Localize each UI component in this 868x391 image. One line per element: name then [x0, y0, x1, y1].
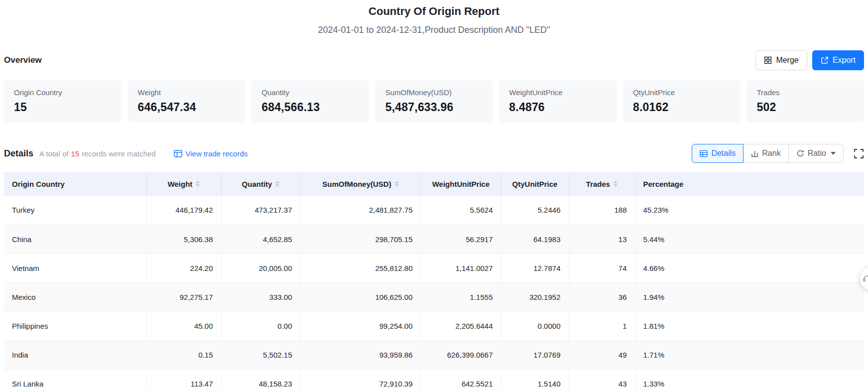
table-cell: 36	[569, 282, 635, 311]
tab-ratio[interactable]: Ratio	[788, 144, 844, 163]
tab-rank-label: Rank	[762, 149, 780, 158]
table-row: Mexico92,275.17333.00106,625.001.1555320…	[4, 282, 864, 311]
merge-button[interactable]: Merge	[755, 50, 807, 70]
table-cell: Sri Lanka	[4, 369, 146, 391]
column-header-content: Origin Country	[12, 180, 138, 188]
table-cell: 2,205.6444	[421, 311, 501, 340]
sort-asc-icon	[395, 181, 399, 183]
sort-asc-icon	[275, 181, 279, 183]
column-header-content: WeightUnitPrice	[429, 180, 493, 188]
table-cell: Mexico	[4, 282, 146, 311]
table-cell: 1.94%	[635, 282, 864, 311]
stat-card: WeightUnitPrice8.4876	[499, 80, 617, 122]
details-grid-icon	[700, 150, 708, 157]
table-cell: Vietnam	[4, 254, 146, 282]
table-cell: 224.20	[146, 254, 221, 282]
table-row: Philippines45.000.0099,254.002,205.64440…	[4, 311, 864, 340]
sort-icon[interactable]	[614, 181, 618, 187]
table-cell: 473,217.37	[221, 196, 300, 225]
chevron-down-icon	[831, 152, 836, 155]
table-cell: 64.1983	[501, 225, 569, 254]
table-cell: 72,910.39	[300, 369, 421, 391]
table-body: Turkey446,179.42473,217.372,481,827.755.…	[4, 196, 864, 391]
sort-desc-icon	[196, 184, 200, 187]
sort-icon[interactable]	[275, 181, 279, 187]
column-header-quantity[interactable]: Quantity	[221, 172, 300, 196]
tab-details-label: Details	[711, 149, 736, 158]
column-header-content: QtyUnitPrice	[509, 180, 561, 188]
tab-details[interactable]: Details	[692, 144, 744, 163]
table-cell: 4.66%	[635, 254, 864, 282]
table-cell: 5.2446	[501, 196, 569, 225]
stat-card: Trades502	[746, 80, 864, 122]
matched-prefix: A total of	[39, 149, 68, 158]
table-cell: 1,141.0027	[421, 254, 501, 282]
stat-card: QtyUnitPrice8.0162	[623, 80, 741, 122]
table-cell: 113.47	[146, 369, 221, 391]
sort-icon[interactable]	[196, 181, 200, 187]
column-header-weight[interactable]: Weight	[146, 172, 221, 196]
stat-card: Weight646,547.34	[128, 80, 246, 122]
overview-bar: Overview Merge	[4, 50, 864, 70]
column-header-trades[interactable]: Trades	[569, 172, 635, 196]
table-cell: 99,254.00	[300, 311, 421, 340]
export-button-label: Export	[833, 56, 856, 65]
export-icon	[821, 56, 829, 64]
sort-icon[interactable]	[395, 181, 399, 187]
fullscreen-button[interactable]	[854, 148, 864, 159]
matched-suffix: records were matched	[82, 149, 155, 158]
sort-desc-icon	[614, 184, 618, 187]
column-header-origin-country: Origin Country	[4, 172, 146, 196]
stat-card-value: 684,566.13	[261, 101, 359, 114]
ratio-refresh-icon	[796, 149, 804, 157]
tab-rank[interactable]: Rank	[743, 144, 788, 163]
column-header-content: Trades	[577, 180, 627, 188]
support-icon	[863, 274, 868, 283]
report-page: Country Of Origin Report 2024-01-01 to 2…	[0, 0, 868, 391]
table-row: Sri Lanka113.4748,158.2372,910.39642.552…	[4, 369, 864, 391]
stat-card: SumOfMoney(USD)5,487,633.96	[375, 80, 493, 122]
table-cell: 446,179.42	[146, 196, 221, 225]
table-cell: 298,705.15	[300, 225, 421, 254]
table-cell: 45.00	[146, 311, 221, 340]
stat-card-label: QtyUnitPrice	[633, 88, 731, 97]
stat-card-value: 646,547.34	[138, 101, 236, 114]
trade-records-icon	[174, 150, 182, 157]
table-cell: 2,481,827.75	[300, 196, 421, 225]
stat-card: Origin Country15	[4, 80, 122, 122]
overview-section-label: Overview	[4, 55, 42, 65]
stat-card-label: SumOfMoney(USD)	[385, 88, 483, 97]
sort-asc-icon	[196, 181, 200, 183]
sort-asc-icon	[614, 181, 618, 183]
table-cell: 5,306.38	[146, 225, 221, 254]
table-header-row: Origin CountryWeightQuantitySumOfMoney(U…	[4, 172, 864, 196]
table-cell: 45.23%	[635, 196, 864, 225]
view-trade-records-link[interactable]: View trade records	[174, 149, 248, 158]
column-header-label: QtyUnitPrice	[512, 180, 558, 188]
export-button[interactable]: Export	[812, 50, 864, 70]
table-cell: 1.5140	[501, 369, 569, 391]
column-header-label: Weight	[168, 180, 193, 188]
table-cell: 626,399.0667	[421, 340, 501, 369]
table-row: India0.155,502.1593,959.86626,399.066717…	[4, 340, 864, 369]
table-cell: 333.00	[221, 282, 300, 311]
tab-ratio-label: Ratio	[808, 149, 826, 158]
rank-icon	[751, 150, 758, 157]
table-cell: 5.5624	[421, 196, 501, 225]
table-cell: Philippines	[4, 311, 146, 340]
table-cell: 49	[569, 340, 635, 369]
table-cell: China	[4, 225, 146, 254]
table-cell: 1.81%	[635, 311, 864, 340]
table-cell: 1.33%	[635, 369, 864, 391]
table-cell: 106,625.00	[300, 282, 421, 311]
table-cell: 74	[569, 254, 635, 282]
details-bar: Details A total of 15 records were match…	[4, 144, 864, 163]
overview-cards: Origin Country15Weight646,547.34Quantity…	[4, 80, 864, 122]
origin-country-table: Origin CountryWeightQuantitySumOfMoney(U…	[4, 172, 864, 391]
table-cell: 188	[569, 196, 635, 225]
column-header-sumofmoney-usd[interactable]: SumOfMoney(USD)	[300, 172, 421, 196]
stat-card-label: Origin Country	[14, 88, 112, 97]
table-cell: 255,812.80	[300, 254, 421, 282]
column-header-label: SumOfMoney(USD)	[322, 180, 391, 188]
column-header-content: Weight	[155, 180, 213, 188]
